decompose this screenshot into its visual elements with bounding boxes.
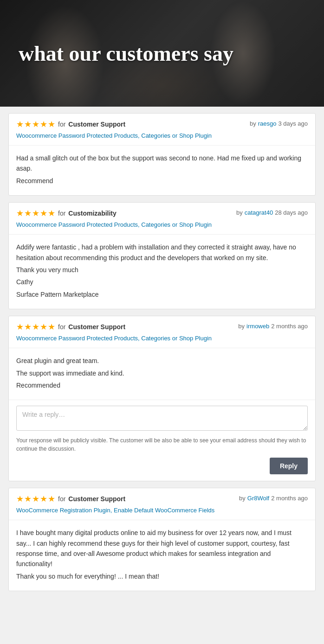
review-body: I have bought many digital products onli… xyxy=(9,520,315,591)
review-body-line: Thank you so much for everything! ... I … xyxy=(16,571,308,581)
reply-button-row: Reply xyxy=(16,458,308,474)
star-rating: ★★★★★ xyxy=(16,120,55,128)
for-label: for xyxy=(58,121,65,128)
star-icon: ★ xyxy=(16,495,24,503)
review-time: 2 months ago xyxy=(271,495,308,502)
for-label: for xyxy=(58,323,65,331)
review-body: Great plugin and great team.The support … xyxy=(9,348,315,400)
star-rating: ★★★★★ xyxy=(16,209,55,217)
for-label: for xyxy=(58,210,65,217)
review-author-link[interactable]: catagrat40 xyxy=(245,209,273,216)
star-icon: ★ xyxy=(24,495,32,503)
review-body-line: Recommend xyxy=(16,176,308,186)
plugin-link-wrapper: Woocommerce Password Protected Products,… xyxy=(9,131,315,145)
hero-banner: what our customers say xyxy=(0,0,324,107)
reviews-container: ★★★★★ for Customer Support by raesgo 3 d… xyxy=(0,107,324,605)
star-icon: ★ xyxy=(24,209,32,217)
star-icon: ★ xyxy=(40,495,47,503)
review-author-link[interactable]: irmoweb xyxy=(246,323,269,330)
review-body-line: Recommended xyxy=(16,380,308,390)
review-header: ★★★★★ for Customer Support by raesgo 3 d… xyxy=(9,114,315,131)
review-category: Customer Support xyxy=(68,121,125,128)
plugin-link[interactable]: Woocommerce Password Protected Products,… xyxy=(16,132,212,139)
star-icon: ★ xyxy=(24,120,32,128)
review-card-2: ★★★★★ for Customizability by catagrat40 … xyxy=(8,202,316,309)
review-header: ★★★★★ for Customer Support by Gr8Wolf 2 … xyxy=(9,488,315,506)
review-header-left: ★★★★★ for Customer Support xyxy=(16,120,125,128)
review-meta: by Gr8Wolf 2 months ago xyxy=(239,495,308,502)
reply-button[interactable]: Reply xyxy=(270,458,308,474)
star-rating: ★★★★★ xyxy=(16,495,55,503)
star-icon: ★ xyxy=(32,323,39,331)
review-author-link[interactable]: Gr8Wolf xyxy=(247,495,269,502)
review-body: Had a small glitch out of the box but th… xyxy=(9,145,315,195)
star-icon: ★ xyxy=(32,209,39,217)
plugin-link[interactable]: WooCommerce Registration Plugin, Enable … xyxy=(16,507,214,514)
review-body-line: I have bought many digital products onli… xyxy=(16,528,308,569)
reply-section: Your response will be publicly visible. … xyxy=(9,400,315,481)
review-category: Customizability xyxy=(68,210,116,217)
plugin-link-wrapper: Woocommerce Password Protected Products,… xyxy=(9,220,315,234)
by-label: by xyxy=(238,323,245,330)
hero-title: what our customers say xyxy=(0,41,252,66)
review-body-line: Addify were fantastic , had a problem wi… xyxy=(16,242,308,263)
reply-notice: Your response will be publicly visible. … xyxy=(16,436,308,453)
star-rating: ★★★★★ xyxy=(16,323,55,331)
review-card-1: ★★★★★ for Customer Support by raesgo 3 d… xyxy=(8,113,316,196)
by-label: by xyxy=(239,495,246,502)
review-body-line: Surface Pattern Marketplace xyxy=(16,289,308,300)
by-label: by xyxy=(250,120,256,127)
review-time: 2 months ago xyxy=(271,323,308,330)
review-header: ★★★★★ for Customer Support by irmoweb 2 … xyxy=(9,316,315,334)
plugin-link-wrapper: Woocommerce Password Protected Products,… xyxy=(9,334,315,348)
review-body-line: The support was immediate and kind. xyxy=(16,368,308,378)
review-body-line: Had a small glitch out of the box but th… xyxy=(16,153,308,174)
review-header-left: ★★★★★ for Customizability xyxy=(16,209,117,217)
star-icon: ★ xyxy=(16,323,24,331)
star-icon: ★ xyxy=(40,209,47,217)
review-category: Customer Support xyxy=(68,323,125,331)
review-header-left: ★★★★★ for Customer Support xyxy=(16,323,125,331)
star-icon: ★ xyxy=(40,120,47,128)
review-body-line: Great plugin and great team. xyxy=(16,356,308,366)
reply-textarea[interactable] xyxy=(16,406,308,431)
star-icon: ★ xyxy=(32,495,39,503)
review-time: 28 days ago xyxy=(275,209,308,216)
review-meta: by raesgo 3 days ago xyxy=(250,120,308,127)
star-icon: ★ xyxy=(48,120,55,128)
review-author-link[interactable]: raesgo xyxy=(258,120,277,127)
review-category: Customer Support xyxy=(68,495,125,503)
review-header-left: ★★★★★ for Customer Support xyxy=(16,495,125,503)
star-icon: ★ xyxy=(32,120,39,128)
star-icon: ★ xyxy=(48,323,55,331)
plugin-link[interactable]: Woocommerce Password Protected Products,… xyxy=(16,335,212,342)
plugin-link[interactable]: Woocommerce Password Protected Products,… xyxy=(16,221,212,228)
plugin-link-wrapper: WooCommerce Registration Plugin, Enable … xyxy=(9,506,315,520)
star-icon: ★ xyxy=(24,323,32,331)
star-icon: ★ xyxy=(16,209,24,217)
review-header: ★★★★★ for Customizability by catagrat40 … xyxy=(9,203,315,220)
review-meta: by irmoweb 2 months ago xyxy=(238,323,308,330)
review-card-4: ★★★★★ for Customer Support by Gr8Wolf 2 … xyxy=(8,488,316,591)
review-meta: by catagrat40 28 days ago xyxy=(236,209,308,216)
review-body-line: Thank you very much xyxy=(16,265,308,275)
star-icon: ★ xyxy=(16,120,24,128)
star-icon: ★ xyxy=(48,495,55,503)
review-card-3: ★★★★★ for Customer Support by irmoweb 2 … xyxy=(8,316,316,481)
review-time: 3 days ago xyxy=(278,120,308,127)
star-icon: ★ xyxy=(48,209,55,217)
review-body-line: Cathy xyxy=(16,277,308,287)
for-label: for xyxy=(58,495,65,503)
by-label: by xyxy=(236,209,243,216)
review-body: Addify were fantastic , had a problem wi… xyxy=(9,234,315,309)
star-icon: ★ xyxy=(40,323,47,331)
